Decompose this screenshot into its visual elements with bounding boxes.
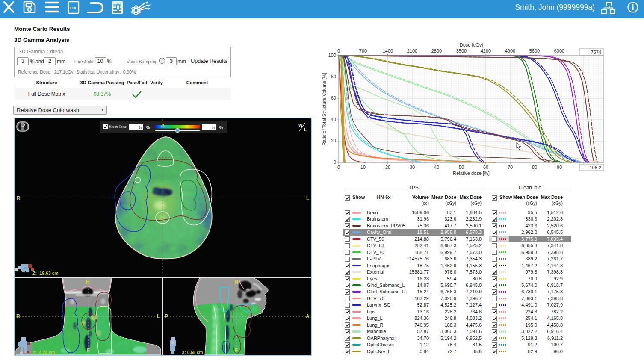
svg-text:4200: 4200: [481, 48, 491, 53]
svg-text:R: R: [17, 195, 21, 201]
svg-text:Dose [cGy]: Dose [cGy]: [460, 42, 483, 47]
svg-text:Y: -4.24 cm: Y: -4.24 cm: [32, 350, 55, 355]
svg-text:P: P: [165, 313, 168, 319]
svg-text:40: 40: [434, 165, 439, 170]
svg-text:%: %: [219, 125, 223, 130]
svg-text:%: %: [146, 125, 150, 130]
svg-text:3500: 3500: [456, 48, 467, 53]
svg-text:H: H: [86, 279, 90, 285]
svg-text:60: 60: [483, 165, 488, 170]
svg-text:Show Dose: Show Dose: [109, 124, 127, 129]
svg-text:2100: 2100: [407, 48, 417, 53]
svg-text:50: 50: [459, 165, 464, 170]
svg-text:700: 700: [359, 48, 367, 53]
svg-text:Z: -19.63 cm: Z: -19.63 cm: [32, 271, 59, 276]
svg-text:Smith, John (9999999a): Smith, John (9999999a): [515, 3, 595, 12]
svg-text:7574: 7574: [591, 50, 601, 55]
svg-text:R: R: [16, 313, 20, 319]
svg-text:PDF: PDF: [70, 6, 77, 10]
svg-text:0: 0: [337, 165, 340, 170]
svg-text:108.2: 108.2: [589, 165, 601, 170]
svg-text:F: F: [235, 348, 238, 354]
svg-text:Relative dose [%]: Relative dose [%]: [453, 171, 490, 176]
svg-text:90: 90: [557, 165, 562, 170]
svg-text:80: 80: [331, 74, 336, 79]
svg-text:6300: 6300: [554, 48, 564, 53]
svg-text:A: A: [306, 313, 310, 319]
svg-text:10: 10: [360, 165, 366, 170]
svg-text:L: L: [157, 313, 160, 319]
svg-text:0: 0: [337, 48, 340, 53]
svg-text:60: 60: [331, 95, 336, 100]
svg-text:70: 70: [508, 165, 513, 170]
svg-text:L: L: [304, 127, 307, 132]
svg-text:100: 100: [328, 53, 336, 58]
svg-text:2800: 2800: [431, 48, 442, 53]
svg-text:H: H: [234, 279, 238, 285]
svg-text:5600: 5600: [529, 48, 540, 53]
svg-text:F: F: [87, 348, 90, 354]
svg-text:4900: 4900: [505, 48, 515, 53]
svg-text:80: 80: [532, 165, 537, 170]
svg-text:0: 0: [334, 159, 336, 165]
svg-text:20: 20: [385, 165, 390, 170]
svg-text:5: 5: [212, 125, 215, 130]
svg-text:40: 40: [331, 117, 336, 122]
svg-text:1400: 1400: [383, 48, 393, 53]
svg-text:30: 30: [410, 165, 415, 170]
svg-text:-5: -5: [137, 125, 142, 130]
svg-text:L: L: [306, 195, 309, 201]
svg-text:A: A: [161, 122, 165, 129]
svg-text:20: 20: [331, 138, 336, 143]
svg-text:Ratio of Total Structure Volum: Ratio of Total Structure Volume [%]: [322, 73, 327, 145]
svg-text:X: 0.55 cm: X: 0.55 cm: [182, 350, 203, 355]
